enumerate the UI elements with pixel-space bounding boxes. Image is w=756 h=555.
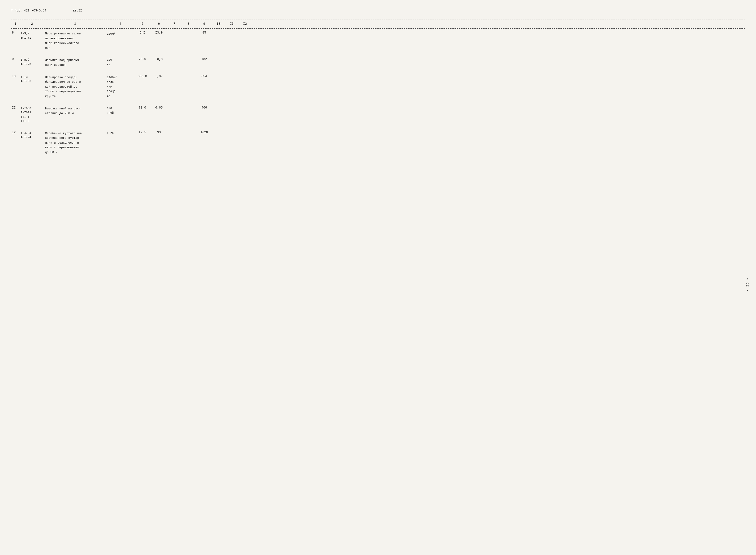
row-code: I-4,2а№ I-24 (20, 131, 44, 140)
col-header-1: 1 (11, 22, 20, 26)
row-col10 (212, 75, 225, 76)
row-col5: 6,I (135, 31, 150, 35)
row-extra (252, 106, 261, 107)
row-col5: 70,0 (135, 106, 150, 110)
row-col5: 70,0 (135, 57, 150, 61)
row-col12 (238, 131, 252, 131)
col-header-5: 5 (135, 22, 150, 26)
row-num: 9 (11, 57, 20, 61)
row-col5: 350,0 (135, 75, 150, 79)
column-headers: 1 2 3 4 5 6 7 8 9 I0 II I2 (11, 21, 745, 27)
table-body: 8 I-9,а№ I-7I Перетряхивание валовиз вык… (11, 31, 745, 155)
row-col8 (181, 131, 196, 131)
row-num: I0 (11, 75, 20, 79)
row-desc: Перетряхивание валовиз выкорчеванныхпней… (44, 31, 106, 51)
row-code: I-I3№ I-96 (20, 75, 44, 84)
row-col11 (225, 75, 238, 76)
col-header-3: 3 (44, 22, 106, 26)
row-col11 (225, 106, 238, 107)
row-col6: 93 (150, 131, 168, 135)
header-right: аз.II (73, 9, 82, 12)
row-code: I-9,а№ I-7I (20, 31, 44, 40)
row-col7 (168, 31, 181, 32)
col-header-9: 9 (196, 22, 212, 26)
table-row: I2 I-4,2а№ I-24 Сгребание густого вы-кор… (11, 131, 745, 155)
row-col11 (225, 31, 238, 32)
col-header-2: 2 (20, 22, 44, 26)
row-extra (252, 31, 261, 32)
row-col10 (212, 31, 225, 32)
row-col7 (168, 131, 181, 131)
row-unit: I га (106, 131, 135, 136)
row-num: I2 (11, 131, 20, 135)
row-col9: 654 (196, 75, 212, 79)
row-extra (252, 131, 261, 131)
row-unit: 100пней (106, 106, 135, 116)
row-col6: I3,9 (150, 31, 168, 35)
row-col6: I0,8 (150, 57, 168, 61)
row-col6: 6,65 (150, 106, 168, 110)
col-header-7: 7 (168, 22, 181, 26)
table-row: 8 I-9,а№ I-7I Перетряхивание валовиз вык… (11, 31, 745, 51)
row-col9: I628 (196, 131, 212, 135)
row-col9: 85 (196, 31, 212, 35)
row-col8 (181, 31, 196, 32)
row-col8 (181, 75, 196, 76)
row-col11 (225, 131, 238, 131)
main-table: 1 2 3 4 5 6 7 8 9 I0 II I2 8 I-9,а№ I-7I… (11, 19, 745, 155)
row-unit: 1000м2спла-нир.площа-ди (106, 75, 135, 99)
row-code: I-I086I-I088III-IIII-3 (20, 106, 44, 124)
row-unit: 100ям (106, 57, 135, 68)
row-col5: I7,5 (135, 131, 150, 135)
table-row: I0 I-I3№ I-96 Планировка площадибульдозе… (11, 75, 745, 99)
row-col9: I82 (196, 57, 212, 61)
row-col9: 466 (196, 106, 212, 110)
row-desc: Сгребание густого вы-корчеванного кустар… (44, 131, 106, 155)
row-desc: Вывозка пней на рас-стояние до 200 м (44, 106, 106, 116)
col-header-6: 6 (150, 22, 168, 26)
row-extra (252, 57, 261, 58)
col-header-10: I0 (212, 22, 225, 26)
row-num: II (11, 106, 20, 110)
row-col12 (238, 31, 252, 32)
row-unit: 100м3 (106, 31, 135, 37)
row-col11 (225, 57, 238, 58)
col-header-11: II (225, 22, 238, 26)
row-col6: I,87 (150, 75, 168, 79)
table-row: 9 I-8,б№ I-70 Засыпка подкорневыхям и во… (11, 57, 745, 68)
col-header-last (252, 22, 261, 26)
row-col7 (168, 106, 181, 107)
row-col8 (181, 57, 196, 58)
header: т.п.р. 4II -03-5.84 аз.II (11, 9, 745, 12)
row-col7 (168, 75, 181, 76)
row-col10 (212, 131, 225, 131)
row-code: I-8,б№ I-70 (20, 57, 44, 67)
row-col10 (212, 106, 225, 107)
row-col12 (238, 106, 252, 107)
col-header-8: 8 (181, 22, 196, 26)
row-col12 (238, 75, 252, 76)
header-left: т.п.р. 4II -03-5.84 (11, 9, 46, 12)
row-desc: Засыпка подкорневыхям и воронок (44, 57, 106, 68)
row-col8 (181, 106, 196, 107)
table-row: II I-I086I-I088III-IIII-3 Вывозка пней н… (11, 106, 745, 124)
row-extra (252, 75, 261, 76)
col-header-4: 4 (106, 22, 135, 26)
row-col12 (238, 57, 252, 58)
col-header-12: I2 (238, 22, 252, 26)
row-col10 (212, 57, 225, 58)
row-num: 8 (11, 31, 20, 35)
row-desc: Планировка площадибульдозером со сре з-к… (44, 75, 106, 99)
row-col7 (168, 57, 181, 58)
